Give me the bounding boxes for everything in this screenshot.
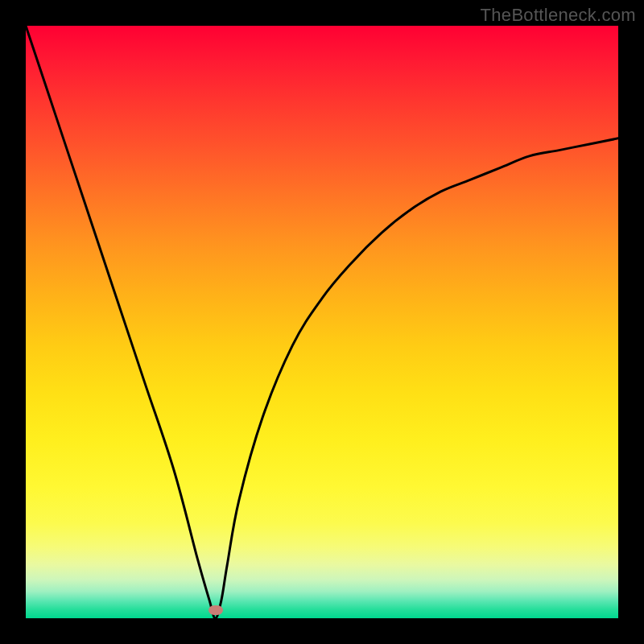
bottleneck-curve xyxy=(26,26,618,618)
plot-area xyxy=(26,26,618,618)
chart-frame: TheBottleneck.com xyxy=(0,0,644,644)
minimum-marker xyxy=(208,605,223,615)
watermark-text: TheBottleneck.com xyxy=(481,5,636,26)
